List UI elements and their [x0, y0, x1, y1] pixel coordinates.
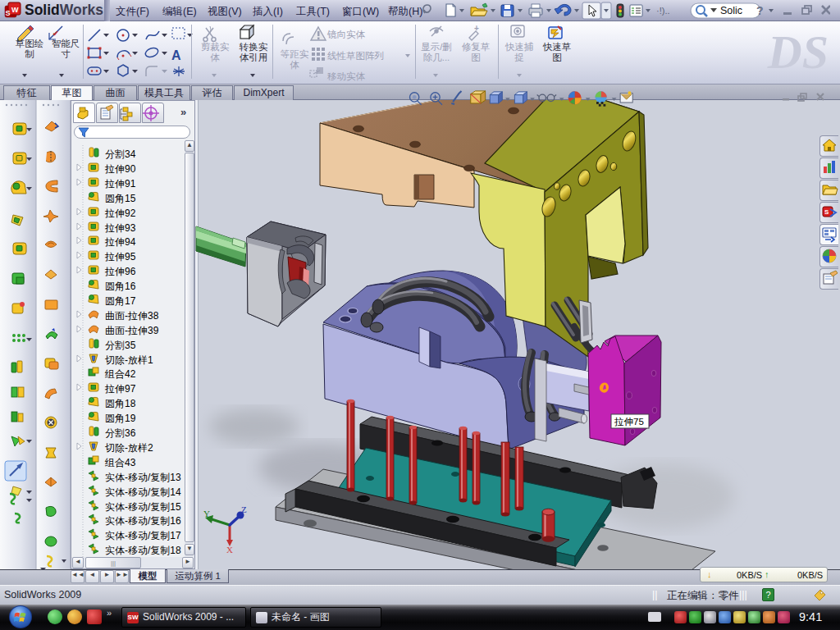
svg-text:·!)..: ·!).. [656, 6, 670, 16]
svg-text:Z: Z [241, 504, 247, 514]
svg-text:S: S [6, 9, 11, 17]
svg-text:?: ? [756, 4, 764, 17]
svg-text:✔: ✔ [52, 30, 59, 38]
svg-text:+: + [474, 24, 479, 33]
svg-text:S: S [824, 208, 829, 216]
svg-text:Y: Y [203, 509, 210, 518]
svg-text:X: X [226, 545, 233, 555]
svg-text:A: A [171, 48, 181, 62]
svg-text:拉伸75: 拉伸75 [614, 417, 644, 427]
svg-text:W: W [11, 6, 19, 14]
svg-text:Solic: Solic [720, 5, 742, 16]
